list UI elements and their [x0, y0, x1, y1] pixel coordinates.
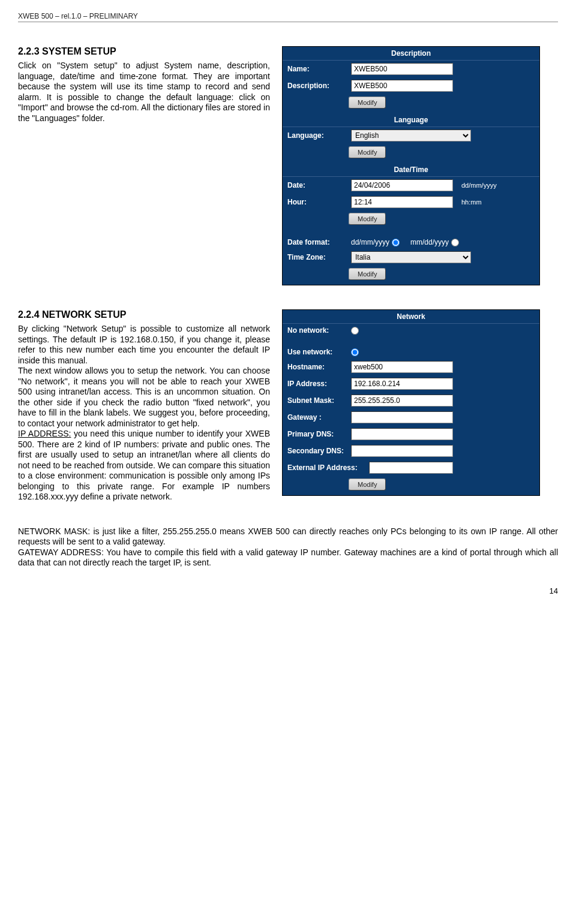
no-network-radio[interactable]	[351, 327, 359, 335]
subnet-label: Subnet Mask:	[287, 396, 347, 405]
modify-timezone-button[interactable]: Modify	[349, 268, 386, 280]
date-label: Date:	[287, 181, 347, 189]
hour-label: Hour:	[287, 198, 347, 206]
name-label: Name:	[287, 65, 347, 73]
gateway-input[interactable]	[351, 411, 453, 423]
gateway-label: Gateway :	[287, 413, 347, 422]
ip-label: IP Address:	[287, 380, 347, 388]
external-ip-label: External IP Address:	[287, 463, 365, 472]
primary-dns-input[interactable]	[351, 428, 453, 440]
document-header: XWEB 500 – rel.1.0 – PRELIMINARY	[18, 12, 558, 22]
system-setup-body: Click on "System setup" to adjust System…	[18, 61, 270, 124]
timezone-label: Time Zone:	[287, 253, 347, 261]
name-input[interactable]	[351, 63, 453, 75]
hostname-label: Hostname:	[287, 363, 347, 371]
language-label: Language:	[287, 131, 347, 140]
page-number: 14	[18, 586, 558, 595]
network-setup-body: By clicking "Network Setup" is possible …	[18, 324, 270, 502]
ddmm-option-label: dd/mm/yyyy	[351, 238, 389, 246]
network-panel: Network No network: Use network: Hostnam…	[282, 309, 540, 496]
bottom-paragraphs: NETWORK MASK: is just like a filter, 255…	[18, 526, 558, 568]
network-mask-label: NETWORK MASK:	[18, 526, 90, 536]
modify-network-button[interactable]: Modify	[349, 478, 386, 490]
primary-dns-label: Primary DNS:	[287, 430, 347, 438]
description-input[interactable]	[351, 80, 453, 92]
section-network-setup: 2.2.4 NETWORK SETUP By clicking "Network…	[18, 309, 558, 502]
section-system-setup: 2.2.3 SYSTEM SETUP Click on "System setu…	[18, 46, 558, 285]
no-network-label: No network:	[287, 326, 347, 335]
description-header: Description	[283, 47, 539, 61]
ip-input[interactable]	[351, 378, 453, 390]
dateformat-label: Date format:	[287, 238, 347, 246]
mmdd-option-label: mm/dd/yyyy	[410, 238, 449, 246]
system-setup-panel: Description Name: Description: Modify La…	[282, 46, 540, 285]
network-setup-title: 2.2.4 NETWORK SETUP	[18, 309, 270, 320]
language-select[interactable]: English	[351, 130, 471, 142]
secondary-dns-label: Secondary DNS:	[287, 447, 347, 455]
use-network-radio[interactable]	[351, 348, 359, 356]
use-network-label: Use network:	[287, 348, 347, 356]
description-label: Description:	[287, 82, 347, 90]
hostname-input[interactable]	[351, 361, 453, 373]
ip-address-label: IP ADDRESS:	[18, 429, 71, 438]
secondary-dns-input[interactable]	[351, 445, 453, 457]
language-header: Language	[283, 113, 539, 127]
external-ip-input[interactable]	[369, 462, 453, 474]
gateway-address-label: GATEWAY ADDRESS:	[18, 547, 104, 557]
modify-language-button[interactable]: Modify	[349, 146, 386, 158]
mmdd-radio[interactable]	[451, 239, 459, 246]
timezone-select[interactable]: Italia	[351, 251, 471, 263]
date-input[interactable]	[351, 179, 453, 191]
modify-description-button[interactable]: Modify	[349, 97, 386, 109]
ddmm-radio[interactable]	[392, 239, 400, 246]
hour-hint: hh:mm	[461, 198, 482, 206]
subnet-input[interactable]	[351, 395, 453, 407]
date-hint: dd/mm/yyyy	[461, 182, 497, 189]
network-header: Network	[283, 310, 539, 324]
modify-datetime-button[interactable]: Modify	[349, 213, 386, 225]
hour-input[interactable]	[351, 196, 453, 208]
datetime-header: Date/Time	[283, 163, 539, 177]
system-setup-title: 2.2.3 SYSTEM SETUP	[18, 46, 270, 57]
